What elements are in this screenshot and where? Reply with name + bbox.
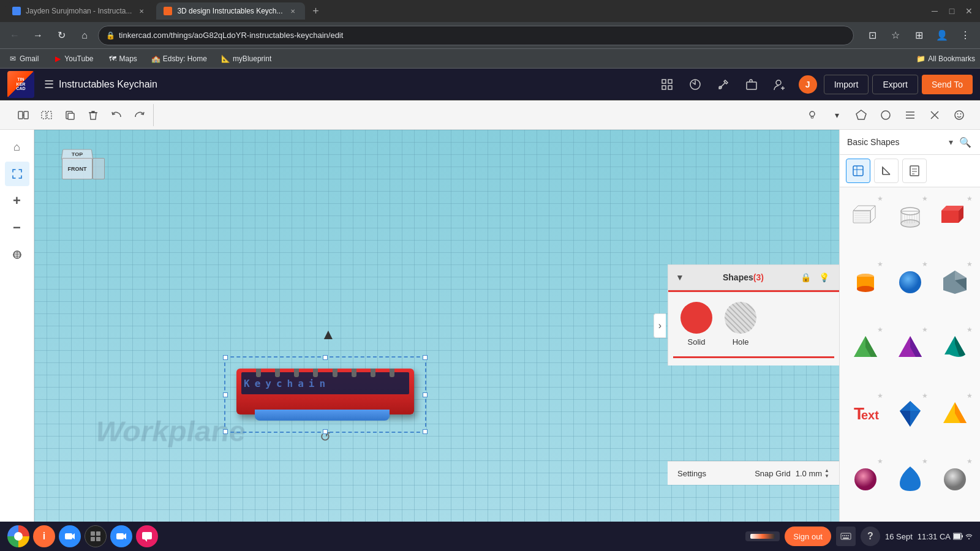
panel-collapse-button[interactable]: ›: [654, 313, 666, 338]
bookmark-edsby[interactable]: 🏫 Edsby: Home: [148, 53, 211, 64]
star-icon-4[interactable]: ★: [877, 260, 883, 268]
visibility-icon[interactable]: 💡: [817, 270, 832, 285]
bookmark-gmail[interactable]: ✉ Gmail: [5, 53, 42, 64]
export-button[interactable]: Export: [872, 75, 918, 94]
import-button[interactable]: Import: [824, 75, 869, 94]
shapes-search-button[interactable]: 🔍: [958, 135, 973, 149]
minimize-button[interactable]: ─: [929, 5, 941, 17]
app-logo[interactable]: TINKERCAD: [7, 71, 34, 98]
browser-tab-1[interactable]: Jayden Surujmohan - Instructa... ✕: [5, 2, 154, 20]
star-icon-11[interactable]: ★: [922, 392, 928, 400]
star-icon-9[interactable]: ★: [967, 326, 973, 334]
shape-item-teal[interactable]: ★: [934, 323, 975, 372]
star-icon-7[interactable]: ★: [877, 326, 883, 334]
forward-button[interactable]: →: [28, 26, 48, 45]
dashboard-button[interactable]: [683, 72, 707, 97]
close-button[interactable]: ✕: [963, 5, 975, 17]
extensions-button[interactable]: ⊞: [909, 26, 929, 45]
ungroup-button[interactable]: [36, 104, 58, 126]
light-toggle-button[interactable]: ▾: [826, 104, 848, 126]
lock-shape-icon[interactable]: 🔒: [799, 270, 813, 285]
address-bar[interactable]: 🔒 tinkercad.com/things/aoG82qLdoYR-instr…: [98, 26, 854, 45]
user-avatar[interactable]: J: [796, 72, 820, 97]
grid-view-button[interactable]: [655, 72, 679, 97]
face-button[interactable]: [948, 104, 970, 126]
help-button[interactable]: ?: [861, 527, 880, 546]
send-to-button[interactable]: Send To: [922, 75, 973, 94]
keyboard-button[interactable]: [836, 527, 856, 546]
refresh-button[interactable]: ↻: [51, 26, 71, 45]
bookmark-maps[interactable]: 🗺 Maps: [105, 53, 141, 64]
shape-item-yellow-pyramid[interactable]: ★: [934, 389, 975, 438]
duplicate-button[interactable]: [59, 104, 81, 126]
zoom-out-button[interactable]: −: [5, 216, 29, 240]
cube-front-face[interactable]: FRONT: [62, 158, 92, 179]
taskbar-zoom2[interactable]: [110, 525, 132, 547]
bookmark-myblueprint[interactable]: 📐 myBlueprint: [218, 53, 275, 64]
shape-item-blue-teardrop[interactable]: ★: [889, 455, 930, 504]
zoom-in-button[interactable]: +: [5, 189, 29, 213]
hamburger-menu-button[interactable]: ☰: [44, 78, 54, 91]
taskbar-zoom[interactable]: [59, 525, 81, 547]
shape-item-green-pyramid[interactable]: ★: [845, 323, 886, 372]
group-button[interactable]: [12, 104, 34, 126]
keychain-object[interactable]: Keychain: [236, 369, 414, 414]
redo-button[interactable]: [129, 104, 151, 126]
shape-item-red-box[interactable]: ★: [934, 192, 975, 241]
shape-item-striped-box[interactable]: ★: [845, 192, 886, 241]
shape-item-striped-cylinder[interactable]: ★: [889, 192, 930, 241]
view-cube[interactable]: TOP FRONT: [53, 148, 102, 197]
snap-arrows[interactable]: ▲▼: [824, 468, 829, 479]
taskbar-instructables[interactable]: i: [33, 525, 55, 547]
shape-item-blue-shape[interactable]: ★: [934, 258, 975, 307]
shape-item-red-text[interactable]: ★ T ext: [845, 389, 886, 438]
star-icon-13[interactable]: ★: [877, 457, 883, 465]
home-button[interactable]: ⌂: [75, 26, 94, 45]
collapse-shapes-icon[interactable]: ▼: [676, 272, 684, 282]
star-icon-5[interactable]: ★: [922, 260, 928, 268]
more-options-button[interactable]: ⋮: [956, 26, 975, 45]
circle-button[interactable]: [875, 104, 897, 126]
panel-dropdown-icon[interactable]: ▾: [949, 137, 953, 147]
3d-view-button[interactable]: [846, 159, 870, 183]
undo-button[interactable]: [105, 104, 127, 126]
tab-1-close[interactable]: ✕: [137, 6, 146, 16]
bookmark-youtube[interactable]: ▶ YouTube: [50, 53, 97, 64]
user-profile-button[interactable]: 👤: [932, 26, 952, 45]
settings-label[interactable]: Settings: [677, 469, 706, 478]
solid-option[interactable]: Solid: [680, 302, 712, 347]
new-tab-button[interactable]: +: [307, 2, 325, 20]
star-icon-3[interactable]: ★: [967, 195, 973, 203]
light-bulb-button[interactable]: [801, 104, 823, 126]
shape-item-blue-sphere[interactable]: ★: [889, 258, 930, 307]
star-icon-10[interactable]: ★: [877, 392, 883, 400]
hole-option[interactable]: Hole: [725, 302, 756, 347]
browser-tab-2[interactable]: 3D design Instructables Keych... ✕: [156, 2, 304, 20]
bookmark-star-button[interactable]: ☆: [886, 26, 905, 45]
sign-out-button[interactable]: Sign out: [785, 527, 831, 546]
mirror-button[interactable]: [924, 104, 946, 126]
taskbar-chrome[interactable]: [7, 525, 29, 547]
star-icon-12[interactable]: ★: [967, 392, 973, 400]
fit-button[interactable]: [5, 162, 29, 186]
shape-item-gray-shape[interactable]: ★: [934, 455, 975, 504]
delete-button[interactable]: [82, 104, 104, 126]
star-icon-1[interactable]: ★: [877, 195, 883, 203]
tab-2-close[interactable]: ✕: [288, 6, 298, 16]
screen-cast-button[interactable]: ⊡: [862, 26, 882, 45]
shape-item-purple-pyramid[interactable]: ★: [889, 323, 930, 372]
all-bookmarks-button[interactable]: 📁 All Bookmarks: [916, 54, 975, 63]
align-button[interactable]: [899, 104, 921, 126]
shape-item-orange-cylinder[interactable]: ★: [845, 258, 886, 307]
back-button[interactable]: ←: [5, 26, 24, 45]
canvas-area[interactable]: Workplane TOP FRONT ▲: [34, 130, 839, 522]
2d-view-button[interactable]: [874, 159, 899, 183]
star-icon-15[interactable]: ★: [967, 457, 973, 465]
add-user-button[interactable]: [767, 72, 792, 97]
home-nav-button[interactable]: ⌂: [5, 135, 29, 159]
transform-nav-button[interactable]: [5, 242, 29, 267]
shape-item-blue-gem[interactable]: ★: [889, 389, 930, 438]
cube-side-face[interactable]: [92, 158, 105, 179]
taskbar-messages[interactable]: [136, 525, 158, 547]
briefcase-button[interactable]: [739, 72, 764, 97]
